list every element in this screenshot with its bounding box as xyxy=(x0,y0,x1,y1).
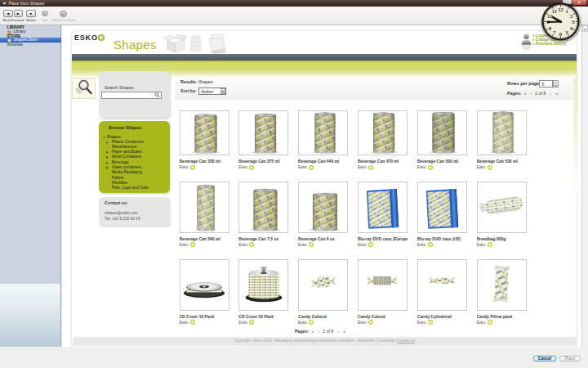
svg-text:11: 11 xyxy=(552,8,557,14)
svg-text:1: 1 xyxy=(565,8,568,14)
svg-text:12: 12 xyxy=(558,7,564,12)
svg-text:2: 2 xyxy=(570,12,572,18)
